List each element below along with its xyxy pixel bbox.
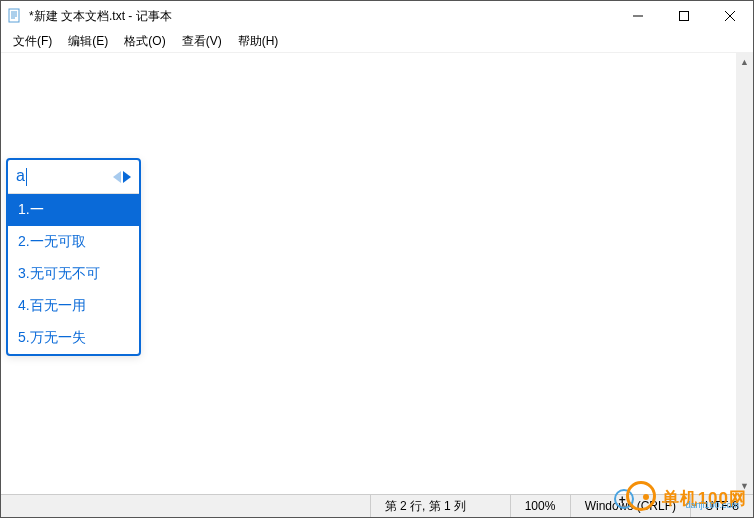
ime-next-page-icon[interactable]: [123, 171, 131, 183]
ime-candidate-2[interactable]: 2.一无可取: [8, 226, 139, 258]
ime-candidate-3[interactable]: 3.无可无不可: [8, 258, 139, 290]
svg-rect-6: [680, 12, 689, 21]
status-zoom: 100%: [510, 495, 570, 517]
editor-area: ▲ ▼ a 1.一 2.一无可取 3.无可无不可 4.百无一用 5.万无一失: [1, 52, 753, 494]
minimize-button[interactable]: [615, 1, 661, 31]
watermark: + 单机100网 danji100.com: [614, 481, 747, 515]
scroll-up-icon[interactable]: ▲: [736, 53, 753, 70]
menu-format[interactable]: 格式(O): [116, 31, 173, 52]
ime-input-row: a: [8, 160, 139, 194]
window-controls: [615, 1, 753, 31]
vertical-scrollbar[interactable]: ▲ ▼: [736, 53, 753, 494]
watermark-logo-icon: +: [614, 481, 656, 515]
menu-edit[interactable]: 编辑(E): [60, 31, 116, 52]
ime-candidate-1[interactable]: 1.一: [8, 194, 139, 226]
ime-input-value: a: [16, 167, 25, 184]
status-cursor-position: 第 2 行, 第 1 列: [370, 495, 510, 517]
ime-candidate-window: a 1.一 2.一无可取 3.无可无不可 4.百无一用 5.万无一失: [6, 158, 141, 356]
menu-help[interactable]: 帮助(H): [230, 31, 287, 52]
close-button[interactable]: [707, 1, 753, 31]
notepad-window: *新建 文本文档.txt - 记事本 文件(F) 编辑(E) 格式(O) 查看(…: [0, 0, 754, 518]
window-title: *新建 文本文档.txt - 记事本: [29, 8, 172, 25]
app-icon: [7, 8, 23, 24]
ime-page-arrows: [113, 171, 131, 183]
ime-candidate-5[interactable]: 5.万无一失: [8, 322, 139, 354]
title-bar: *新建 文本文档.txt - 记事本: [1, 1, 753, 31]
watermark-subtext: danji100.com: [685, 500, 739, 510]
ime-caret-icon: [26, 168, 27, 186]
menu-file[interactable]: 文件(F): [5, 31, 60, 52]
ime-prev-page-icon[interactable]: [113, 171, 121, 183]
maximize-button[interactable]: [661, 1, 707, 31]
ime-input-text: a: [16, 167, 113, 186]
ime-candidate-list: 1.一 2.一无可取 3.无可无不可 4.百无一用 5.万无一失: [8, 194, 139, 354]
menu-view[interactable]: 查看(V): [174, 31, 230, 52]
menu-bar: 文件(F) 编辑(E) 格式(O) 查看(V) 帮助(H): [1, 31, 753, 52]
ime-candidate-4[interactable]: 4.百无一用: [8, 290, 139, 322]
